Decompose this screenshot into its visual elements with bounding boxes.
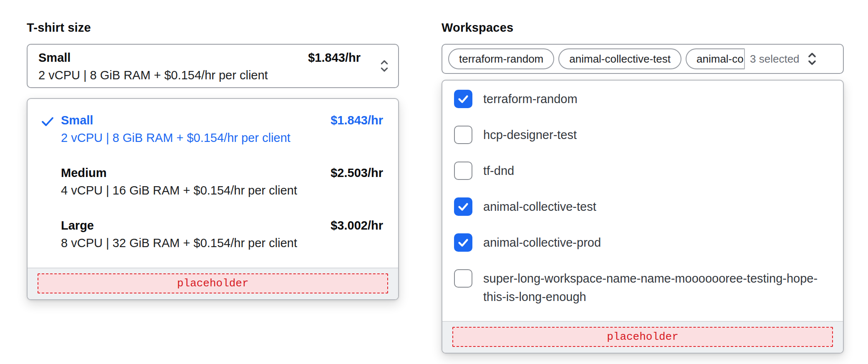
option-title: Large [61,217,94,234]
workspaces-options: terraform-random hcp-designer-test tf-dn… [442,81,843,321]
dropdown-footer: placeholder [442,321,843,353]
workspace-option-super-long-name[interactable]: super-long-workspace-name-name-moooooore… [454,269,831,306]
checkbox[interactable] [454,90,472,108]
option-large[interactable]: Large $3.002/hr 8 vCPU | 32 GiB RAM + $0… [28,211,398,258]
unfold-more-icon [805,50,820,68]
workspace-chip: animal-co [686,48,745,69]
dropdown-footer: placeholder [28,268,398,299]
workspace-option-label: animal-collective-test [483,197,596,216]
workspace-option-tf-dnd[interactable]: tf-dnd [454,162,831,180]
option-subtitle: 2 vCPU | 8 GiB RAM + $0.154/hr per clien… [61,129,383,147]
tshirt-size-options: Small $1.843/hr 2 vCPU | 8 GiB RAM + $0.… [28,99,398,268]
tshirt-size-select-trigger[interactable]: Small $1.843/hr 2 vCPU | 8 GiB RAM + $0.… [27,44,399,88]
option-subtitle: 8 vCPU | 32 GiB RAM + $0.154/hr per clie… [61,234,383,252]
workspace-option-label: terraform-random [483,90,578,108]
workspace-option-label: animal-collective-prod [483,233,601,252]
workspaces-field: Workspaces terraform-random animal-colle… [442,21,844,354]
workspace-option-label: hcp-designer-test [483,126,577,144]
workspace-option-terraform-random[interactable]: terraform-random [454,90,831,108]
option-price: $2.503/hr [331,164,383,182]
selected-size-subtitle: 2 vCPU | 8 GiB RAM + $0.154/hr per clien… [38,66,387,84]
tshirt-size-field: T-shirt size Small $1.843/hr 2 vCPU | 8 … [27,21,399,300]
tshirt-size-label: T-shirt size [27,21,399,35]
check-icon [40,114,55,129]
workspace-option-label: super-long-workspace-name-name-moooooore… [483,269,831,306]
workspace-chip: animal-collective-test [558,48,681,69]
option-medium[interactable]: Medium $2.503/hr 4 vCPU | 16 GiB RAM + $… [28,158,398,206]
option-price: $1.843/hr [331,111,383,129]
workspace-option-animal-collective-prod[interactable]: animal-collective-prod [454,233,831,252]
checkbox[interactable] [454,126,472,144]
workspace-option-label: tf-dnd [483,162,514,180]
workspace-chip: terraform-random [448,48,554,69]
selected-size-title: Small [38,49,71,66]
option-price: $3.002/hr [331,217,383,234]
checkbox[interactable] [454,269,472,288]
option-small[interactable]: Small $1.843/hr 2 vCPU | 8 GiB RAM + $0.… [28,106,398,153]
unfold-more-icon [377,58,391,74]
checkbox[interactable] [454,162,472,180]
selected-size-price: $1.843/hr [308,49,361,66]
checkbox[interactable] [454,197,472,216]
workspace-option-animal-collective-test[interactable]: animal-collective-test [454,197,831,216]
workspaces-dropdown: terraform-random hcp-designer-test tf-dn… [442,80,844,354]
checkbox[interactable] [454,233,472,252]
option-subtitle: 4 vCPU | 16 GiB RAM + $0.154/hr per clie… [61,182,383,199]
option-title: Medium [61,164,107,182]
workspace-option-hcp-designer-test[interactable]: hcp-designer-test [454,126,831,144]
workspaces-label: Workspaces [442,21,844,35]
tshirt-size-dropdown: Small $1.843/hr 2 vCPU | 8 GiB RAM + $0.… [27,98,399,300]
footer-placeholder: placeholder [452,327,833,347]
footer-placeholder: placeholder [38,273,388,293]
option-title: Small [61,111,93,129]
selected-count-label: 3 selected [750,53,800,66]
workspaces-select-trigger[interactable]: terraform-random animal-collective-test … [442,44,844,74]
workspace-chip-clipped: animal-co [686,48,745,69]
